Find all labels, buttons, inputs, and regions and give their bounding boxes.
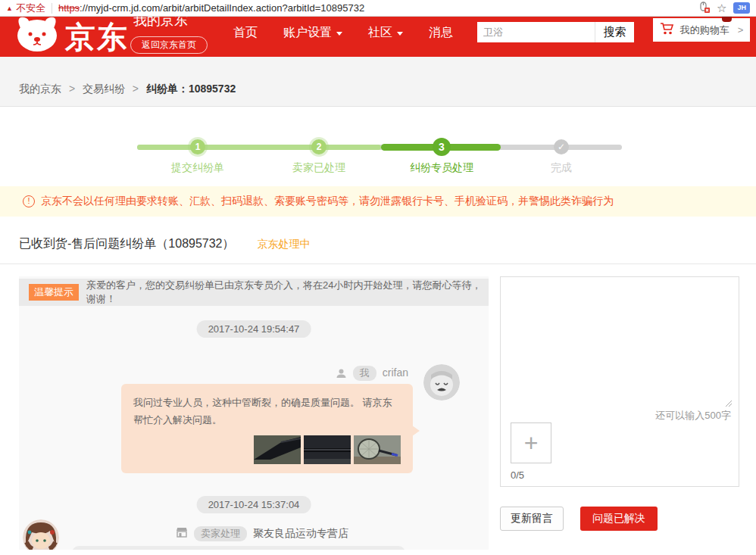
header-search: 搜索 — [477, 22, 634, 42]
my-jd-label[interactable]: 我的京东 — [133, 17, 188, 30]
search-input[interactable] — [477, 22, 595, 42]
cart-icon — [660, 22, 675, 38]
browser-address-bar[interactable]: ▲ 不安全 https://myjd-crm.jd.com/arbit/arbi… — [0, 0, 756, 17]
bubble-tail — [412, 426, 420, 436]
notice-bar: 温馨提示 亲爱的客户，您的交易纠纷单已由京东专员介入，将在24小时内开始处理，请… — [19, 279, 489, 306]
seller-avatar — [23, 519, 59, 550]
progress-steps: 1 2 3 ✓ 提交纠纷单 卖家已处理 纠纷专员处理 完成 — [137, 137, 622, 179]
seller-shop-name[interactable]: 聚友良品运动专营店 — [253, 527, 348, 541]
breadcrumb-my-jd[interactable]: 我的京东 — [19, 83, 61, 95]
step-label-3: 纠纷专员处理 — [410, 161, 473, 175]
security-warning-icon: ▲ — [6, 5, 13, 12]
chevron-down-icon — [397, 32, 403, 36]
anti-fraud-warning-bar: ! 京东不会以任何理由要求转账、汇款、扫码退款、索要账号密码等，请勿泄露银行卡号… — [0, 186, 756, 217]
dispute-title: 已收到货-售后问题纠纷单（10895732） — [19, 236, 235, 252]
breadcrumb-strip: 我的京东 > 交易纠纷 > 纠纷单：10895732 — [0, 57, 756, 106]
sender-tag-me: 我 — [353, 366, 376, 381]
message-text: 我问过专业人员，这种中管断裂，的确是质量问题。 请京东帮忙介入解决问题。 — [133, 397, 392, 426]
step-label-1: 提交纠纷单 — [171, 161, 224, 175]
cart-count-badge — [722, 17, 732, 22]
seller-message-header: 卖家处理 聚友良品运动专营店 — [176, 526, 348, 541]
message-timestamp: 2017-10-24 19:54:47 — [197, 320, 311, 338]
breadcrumb: 我的京东 > 交易纠纷 > 纠纷单：10895732 — [19, 83, 236, 95]
url-scheme: https — [58, 2, 80, 14]
nav-item-home[interactable]: 首页 — [233, 25, 258, 41]
update-message-button[interactable]: 更新留言 — [500, 507, 564, 531]
upload-image-button[interactable]: + — [511, 422, 551, 463]
message-timestamp: 2017-10-24 15:37:04 — [197, 496, 311, 513]
security-warning-label: 不安全 — [16, 2, 45, 15]
header-nav: 首页 账户设置 社区 消息 — [233, 25, 453, 41]
step-circle-4: ✓ — [554, 139, 569, 154]
progress-segment-done — [137, 145, 381, 150]
search-button[interactable]: 搜索 — [595, 22, 634, 42]
dispute-detail-card: 1 2 3 ✓ 提交纠纷单 卖家已处理 纠纷专员处理 完成 ! 京东不会以任何理… — [0, 106, 756, 555]
user-name: crifan — [383, 366, 408, 379]
step-label-2: 卖家已处理 — [292, 161, 345, 175]
bookmark-star-icon[interactable]: ☆ — [717, 2, 726, 14]
reply-panel: 还可以输入500字 + 0/5 更新留言 问题已解决 — [500, 276, 739, 550]
content-blocked-icon[interactable] — [698, 2, 710, 15]
cart-button[interactable]: 我的购物车 > — [653, 18, 750, 42]
anti-fraud-warning-text: 京东不会以任何理由要求转账、汇款、扫码退款、索要账号密码等，请勿泄露银行卡号、手… — [41, 195, 614, 208]
sender-tag-seller: 卖家处理 — [194, 526, 247, 541]
notice-badge: 温馨提示 — [29, 284, 79, 301]
dispute-status-badge: 京东处理中 — [258, 238, 311, 251]
exclamation-circle-icon: ! — [23, 195, 35, 207]
step-circle-2: 2 — [311, 139, 326, 154]
attachment-thumbnail[interactable] — [254, 435, 301, 464]
cart-label: 我的购物车 — [680, 23, 729, 37]
char-remaining-hint: 还可以输入500字 — [655, 409, 731, 422]
nav-item-messages[interactable]: 消息 — [429, 25, 453, 41]
divider — [0, 263, 756, 264]
jd-dog-logo-icon[interactable] — [14, 17, 61, 56]
address-bar-divider — [52, 3, 52, 14]
reply-box: 还可以输入500字 + 0/5 — [500, 276, 739, 487]
breadcrumb-disputes[interactable]: 交易纠纷 — [83, 83, 125, 95]
plus-icon: + — [524, 429, 539, 457]
browser-window: ▲ 不安全 https://myjd-crm.jd.com/arbit/arbi… — [0, 0, 756, 555]
browser-profile-avatar[interactable]: JH — [733, 2, 750, 14]
url-text[interactable]: https://myjd-crm.jd.com/arbit/arbitDetai… — [58, 2, 692, 14]
breadcrumb-current: 纠纷单：10895732 — [146, 83, 236, 95]
attachment-thumbnail[interactable] — [354, 435, 401, 464]
notice-text: 亲爱的客户，您的交易纠纷单已由京东专员介入，将在24小时内开始处理，请您耐心等待… — [86, 279, 489, 306]
nav-item-community[interactable]: 社区 — [368, 25, 403, 41]
issue-resolved-button[interactable]: 问题已解决 — [580, 507, 658, 531]
shop-icon — [176, 527, 188, 541]
cart-arrow: > — [738, 24, 744, 36]
seller-message-bubble-partial — [72, 546, 405, 550]
attachment-thumbnail[interactable] — [304, 435, 351, 464]
jd-logo-text[interactable]: 京东 — [65, 17, 129, 57]
step-circle-3: 3 — [433, 138, 451, 156]
jd-site-header: 京东 我的京东 返回京东首页 首页 账户设置 社区 消息 搜索 我的购物车 > — [0, 17, 756, 57]
step-circle-1: 1 — [190, 139, 205, 154]
reply-textarea[interactable] — [501, 277, 739, 394]
person-icon — [336, 368, 347, 382]
message-attachments — [133, 435, 401, 464]
nav-item-account-settings[interactable]: 账户设置 — [283, 25, 342, 41]
user-avatar — [423, 364, 460, 401]
back-to-home-button[interactable]: 返回京东首页 — [130, 36, 208, 54]
url-rest: ://myjd-crm.jd.com/arbit/arbitDetailInde… — [80, 2, 364, 14]
chevron-down-icon — [336, 32, 342, 36]
dispute-chat-panel: 温馨提示 亲爱的客户，您的交易纠纷单已由京东专员介入，将在24小时内开始处理，请… — [19, 276, 489, 550]
step-label-4: 完成 — [551, 161, 572, 175]
upload-count: 0/5 — [511, 469, 524, 481]
user-message-bubble: 我问过专业人员，这种中管断裂，的确是质量问题。 请京东帮忙介入解决问题。 — [121, 384, 413, 473]
